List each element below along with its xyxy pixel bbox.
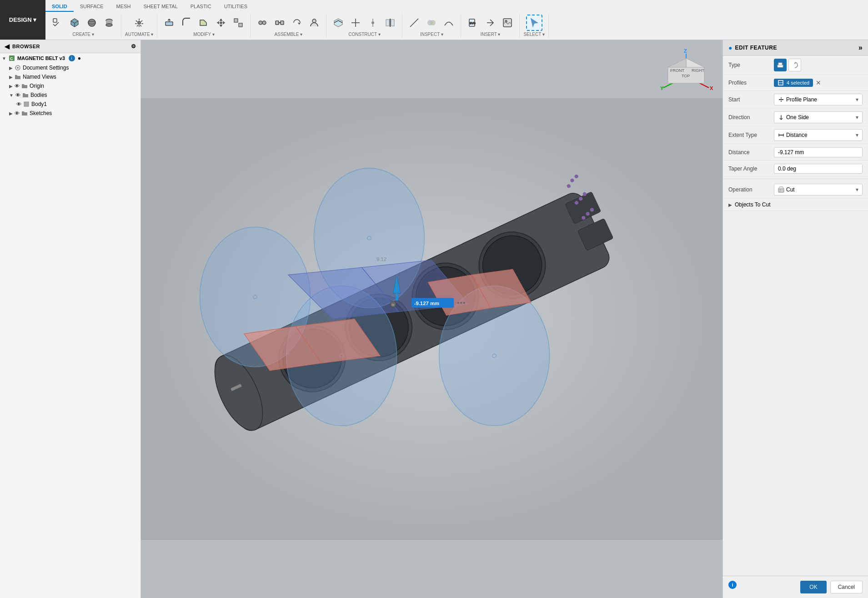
- contact-button[interactable]: [306, 15, 322, 31]
- fillet-button[interactable]: [178, 15, 195, 31]
- cylinder-button[interactable]: [101, 15, 117, 31]
- extent-type-value[interactable]: Distance ▾: [774, 129, 863, 141]
- create-label: CREATE ▾: [72, 32, 94, 37]
- taper-label: Taper Angle: [728, 166, 774, 172]
- tab-utilities[interactable]: UTILITIES: [218, 2, 254, 12]
- tab-mesh[interactable]: MESH: [110, 2, 137, 12]
- cancel-button[interactable]: Cancel: [830, 581, 863, 593]
- browser-item-origin[interactable]: ▶ 👁 Origin: [0, 81, 140, 90]
- automate-button[interactable]: [131, 15, 147, 31]
- browser-item-doc-settings[interactable]: ▶ Document Settings: [0, 63, 140, 72]
- type-icon-extrude[interactable]: [774, 59, 787, 71]
- browser-item-named-views[interactable]: ▶ Named Views: [0, 72, 140, 81]
- svg-point-19: [371, 21, 374, 24]
- bodies-folder-icon: [22, 92, 29, 98]
- rigid-group-button[interactable]: [271, 15, 288, 31]
- point-button[interactable]: [365, 15, 381, 31]
- doc-settings-expand: ▶: [9, 65, 13, 70]
- measure-button[interactable]: [406, 15, 422, 31]
- browser-item-body1[interactable]: 👁 Body1: [0, 100, 140, 109]
- svg-point-5: [106, 24, 112, 26]
- viewcube[interactable]: Z X Y RIGHT FRONT TOP: [659, 49, 713, 104]
- toolbar-tabs: SOLID SURFACE MESH SHEET METAL PLASTIC U…: [45, 0, 868, 12]
- svg-rect-86: [396, 293, 398, 301]
- select-label: SELECT ▾: [523, 32, 545, 37]
- type-icon-revolve[interactable]: [788, 59, 801, 71]
- scale-button[interactable]: [230, 15, 246, 31]
- browser-collapse-icon[interactable]: ◀: [5, 43, 10, 50]
- main-area: ◀ BROWSER ⚙ ▼ C MAGNETIC BELT v3 i ● ▶ D…: [0, 40, 868, 598]
- named-views-label: Named Views: [23, 74, 56, 80]
- interference-button[interactable]: [423, 15, 440, 31]
- joint-button[interactable]: [254, 15, 271, 31]
- axis-button[interactable]: [347, 15, 364, 31]
- ok-button[interactable]: OK: [800, 581, 826, 593]
- select-button[interactable]: [526, 15, 542, 31]
- toolbar-group-modify: MODIFY ▾: [157, 14, 251, 38]
- direction-value[interactable]: One Side ▾: [774, 111, 863, 123]
- toolbar-group-automate: AUTOMATE ▾: [121, 14, 157, 38]
- svg-rect-106: [778, 189, 784, 192]
- svg-text:9.12: 9.12: [376, 256, 386, 262]
- scene-svg[interactable]: 9.12 -9.127 mm: [141, 40, 722, 598]
- root-expand-icon[interactable]: ▼: [2, 56, 6, 61]
- midplane-button[interactable]: [382, 15, 398, 31]
- objects-to-cut-row[interactable]: ▶ Objects To Cut: [723, 199, 868, 211]
- folder-icon: [15, 74, 21, 80]
- start-value[interactable]: Profile Plane ▾: [774, 94, 863, 106]
- distance-icon: [778, 132, 784, 138]
- tab-sheet-metal[interactable]: SHEET METAL: [137, 2, 184, 12]
- modify-press-pull-button[interactable]: [161, 15, 177, 31]
- tab-surface[interactable]: SURFACE: [74, 2, 110, 12]
- sketch-tool-button[interactable]: [49, 15, 65, 31]
- viewport[interactable]: Z X Y RIGHT FRONT TOP: [141, 40, 722, 598]
- root-info-icon: i: [69, 55, 75, 61]
- svg-text:RIGHT: RIGHT: [692, 68, 705, 73]
- taper-input[interactable]: [774, 164, 863, 174]
- extent-type-value-text: Distance: [786, 132, 808, 138]
- divider: [723, 179, 868, 179]
- bodies-expand: ▼: [9, 93, 14, 98]
- operation-value[interactable]: Cut ▾: [774, 184, 863, 196]
- edit-panel-icon: ●: [728, 44, 732, 51]
- tab-plastic[interactable]: PLASTIC: [184, 2, 218, 12]
- distance-label: Distance: [728, 149, 774, 156]
- named-views-expand: ▶: [9, 75, 13, 80]
- type-row: Type: [723, 56, 868, 75]
- settings-icon: [15, 65, 21, 71]
- profiles-clear-btn[interactable]: ✕: [816, 79, 821, 86]
- insert-svg-button[interactable]: SVG: [465, 15, 481, 31]
- chamfer-button[interactable]: [196, 15, 212, 31]
- browser-settings-icon[interactable]: ⚙: [131, 43, 136, 50]
- taper-angle-row: Taper Angle: [723, 161, 868, 177]
- design-button[interactable]: DESIGN ▾: [0, 0, 45, 40]
- edit-panel-collapse[interactable]: »: [858, 44, 863, 52]
- toolbar-group-insert: SVG INSERT ▾: [461, 14, 520, 38]
- svg-text:Y: Y: [660, 85, 664, 91]
- svg-rect-95: [391, 304, 394, 307]
- start-dropdown-arrow: ▾: [856, 96, 858, 103]
- svg-text:Z: Z: [684, 49, 687, 54]
- profiles-value[interactable]: 4 selected: [774, 79, 813, 87]
- distance-input[interactable]: [774, 147, 863, 157]
- svg-text:C: C: [10, 56, 13, 61]
- bodies-label: Bodies: [30, 92, 47, 98]
- sphere-button[interactable]: [84, 15, 100, 31]
- move-button[interactable]: [213, 15, 229, 31]
- browser-title: BROWSER: [12, 44, 40, 49]
- body-icon: [23, 101, 30, 107]
- extent-type-row: Extent Type Distance ▾: [723, 126, 868, 144]
- offset-plane-button[interactable]: [330, 15, 346, 31]
- svg-rect-13: [276, 21, 279, 25]
- insert2-button[interactable]: [482, 15, 498, 31]
- curvature-button[interactable]: [441, 15, 457, 31]
- motion-button[interactable]: [289, 15, 305, 31]
- browser-item-sketches[interactable]: ▶ 👁 Sketches: [0, 109, 140, 118]
- tab-solid[interactable]: SOLID: [45, 2, 74, 12]
- edit-feature-panel: ● EDIT FEATURE » Type Profiles 4 selecte…: [722, 40, 868, 598]
- svg-text:TOP: TOP: [682, 74, 690, 78]
- box-button[interactable]: [66, 15, 83, 31]
- canvas-button[interactable]: [499, 15, 516, 31]
- browser-item-bodies[interactable]: ▼ 👁 Bodies: [0, 90, 140, 100]
- browser-item-root[interactable]: ▼ C MAGNETIC BELT v3 i ●: [0, 53, 140, 63]
